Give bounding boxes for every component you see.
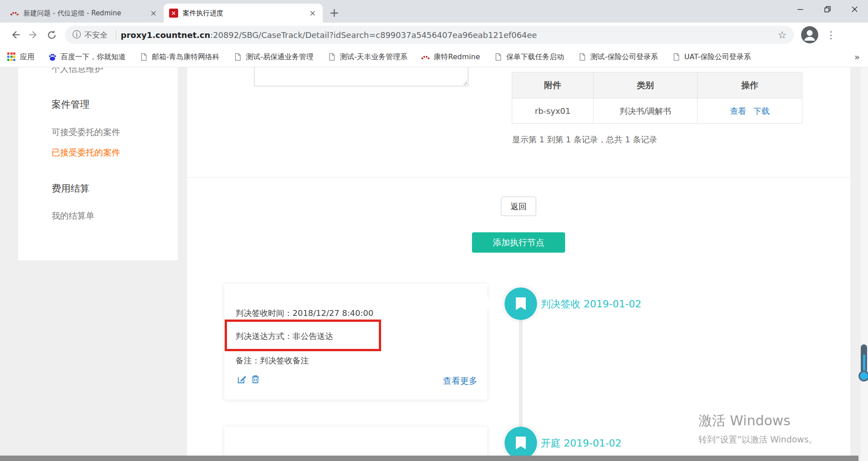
sidebar-item-accepted-cases[interactable]: 已接受委托的案件	[52, 147, 120, 159]
tab-strip: 新建问题 - 代位追偿 - Redmine ✕ 案件执行进度 +	[0, 0, 868, 23]
column-header-file: 附件	[512, 72, 594, 99]
table-row: rb-syx01 判决书/调解书 查看 下载	[512, 99, 802, 124]
bookmark-policy-download[interactable]: 保单下载任务启动	[494, 52, 564, 62]
back-button[interactable]	[6, 26, 24, 44]
bookmark-insurer-login-test[interactable]: 测试-保险公司登录系	[578, 52, 658, 62]
cell-file-name: rb-syx01	[512, 99, 594, 124]
add-execution-node-button[interactable]: 添加执行节点	[472, 232, 565, 253]
main-panel: 附件 类别 操作 rb-syx01 判决书/调解书 查看 下载 显示第 1 到第…	[187, 67, 850, 461]
address-separator	[116, 30, 116, 40]
tab-case-track[interactable]: ✕ 案件执行进度	[164, 4, 323, 23]
page-icon	[233, 52, 242, 61]
page-icon	[139, 52, 148, 61]
restore-button[interactable]	[814, 0, 841, 18]
timeline-label-judgment-sign: 判决签收 2019-01-02	[541, 297, 642, 311]
sidebar: 个人信息维护 案件管理 可接受委托的案件 已接受委托的案件 费用结算 我的结算单	[18, 67, 178, 260]
bookmark-star-icon[interactable]: ☆	[778, 29, 787, 41]
cell-category: 判决书/调解书	[594, 99, 698, 124]
field-sign-time: 判决签收时间：2018/12/27 8:40:00	[236, 308, 373, 319]
redmine-arc-icon	[421, 52, 430, 61]
tab-title: 新建问题 - 代位追偿 - Redmine	[24, 9, 144, 18]
apps-grid-icon	[7, 52, 16, 61]
page-icon	[327, 52, 336, 61]
reload-button[interactable]	[42, 26, 61, 44]
bookmark-label: UAT-保险公司登录系	[684, 52, 751, 62]
bookmark-label: 康特Redmine	[434, 52, 480, 62]
card-action-icons	[237, 374, 264, 384]
bookmark-label: 邮箱-青岛康特网络科	[152, 52, 220, 62]
page-icon	[578, 52, 587, 61]
url-path: :20892/SBG/CaseTrack/Detail?idSearch=c89…	[210, 30, 537, 40]
bookmark-baidu[interactable]: 百度一下，你就知道	[48, 52, 126, 62]
bookmark-label: 测试-保险公司登录系	[590, 52, 658, 62]
attachments-section: 附件 类别 操作 rb-syx01 判决书/调解书 查看 下载 显示第 1 到第…	[187, 67, 850, 178]
browser-menu-icon[interactable]: ⋮	[826, 29, 836, 41]
bookmark-kangte-redmine[interactable]: 康特Redmine	[421, 52, 480, 62]
address-bar[interactable]: ⓘ 不安全 proxy1.countnet.cn :20892/SBG/Case…	[65, 26, 794, 44]
vertical-scrollbar-track[interactable]	[861, 67, 868, 461]
tab-close-icon[interactable]	[148, 8, 158, 18]
sidebar-section-fee-settlement: 费用结算	[52, 182, 90, 195]
profile-avatar[interactable]	[801, 26, 818, 43]
bookmarks-overflow-icon[interactable]: »	[854, 52, 860, 62]
view-more-link[interactable]: 查看更多	[443, 375, 477, 387]
edit-icon[interactable]	[237, 374, 247, 384]
timeline-connector-line	[519, 320, 523, 427]
attachments-table: 附件 类别 操作 rb-syx01 判决书/调解书 查看 下载	[512, 72, 802, 124]
sidebar-section-case-management: 案件管理	[52, 98, 90, 111]
page-icon	[494, 52, 503, 61]
download-attachment-link[interactable]: 下载	[753, 106, 769, 116]
window-controls	[787, 0, 868, 18]
security-label: 不安全	[85, 30, 108, 40]
bookmark-mail[interactable]: 邮箱-青岛康特网络科	[139, 52, 220, 62]
timeline-card-judgment-sign: 判决签收时间：2018/12/27 8:40:00 判决送达方式：非公告送达 备…	[224, 284, 487, 400]
horizontal-scrollbar-thumb[interactable]	[0, 456, 859, 461]
timeline-node-judgment-sign[interactable]	[505, 287, 537, 320]
records-summary: 显示第 1 到第 1 条记录，总共 1 条记录	[512, 134, 657, 145]
delete-icon[interactable]	[250, 374, 260, 384]
bookmark-insurer-login-uat[interactable]: UAT-保险公司登录系	[672, 52, 751, 62]
remark-textarea[interactable]	[254, 67, 468, 86]
thermometer-bulb-icon	[859, 371, 868, 381]
sidebar-item-profile-clipped[interactable]: 个人信息维护	[52, 67, 103, 74]
field-remark: 备注：判决签收备注	[236, 355, 309, 366]
browser-toolbar: ⓘ 不安全 proxy1.countnet.cn :20892/SBG/Case…	[0, 23, 868, 47]
tab-redmine[interactable]: 新建问题 - 代位追偿 - Redmine	[5, 4, 164, 23]
cell-actions: 查看 下载	[698, 99, 802, 124]
table-header-row: 附件 类别 操作	[512, 72, 802, 99]
back-page-button[interactable]: 返回	[501, 197, 536, 216]
minimize-button[interactable]	[787, 0, 814, 18]
bookmark-label: 保单下载任务启动	[506, 52, 564, 62]
bookmark-label: 百度一下，你就知道	[61, 52, 126, 62]
new-tab-button[interactable]: +	[329, 5, 340, 21]
sidebar-item-acceptable-cases[interactable]: 可接受委托的案件	[52, 127, 120, 138]
card-arrow	[487, 297, 493, 310]
sidebar-item-my-statements[interactable]: 我的结算单	[52, 210, 94, 222]
bookmark-marker-icon	[516, 437, 526, 449]
redmine-logo-icon	[10, 9, 19, 18]
page-icon	[672, 52, 681, 61]
timeline-node-court-session[interactable]	[505, 427, 537, 459]
column-header-operation: 操作	[698, 72, 802, 99]
baidu-paw-icon	[48, 52, 57, 61]
browser-window: 新建问题 - 代位追偿 - Redmine ✕ 案件执行进度 +	[0, 0, 868, 461]
page-content: 个人信息维护 案件管理 可接受委托的案件 已接受委托的案件 费用结算 我的结算单…	[0, 67, 868, 461]
url-host: proxy1.countnet.cn	[121, 30, 210, 40]
close-window-button[interactable]	[841, 0, 868, 18]
forward-button[interactable]	[24, 26, 42, 44]
bookmark-tianfeng[interactable]: 测试-天丰业务管理系	[327, 52, 408, 62]
bookmark-apps[interactable]: 应用	[7, 52, 34, 62]
tab-close-icon[interactable]	[307, 8, 317, 18]
view-attachment-link[interactable]: 查看	[730, 106, 746, 116]
bookmark-label: 测试-易保通业务管理	[246, 52, 314, 62]
bookmark-yibaotong[interactable]: 测试-易保通业务管理	[233, 52, 314, 62]
bookmark-label: 测试-天丰业务管理系	[340, 52, 408, 62]
field-delivery-method: 判决送达方式：非公告送达	[236, 331, 333, 342]
bookmarks-bar: 应用 百度一下，你就知道 邮箱-青岛康特网络科 测试-易保通业务管理	[0, 47, 868, 67]
column-header-category: 类别	[594, 72, 698, 99]
bookmark-label: 应用	[20, 52, 34, 62]
site-info-icon[interactable]: ⓘ	[72, 29, 81, 41]
tab-title: 案件执行进度	[183, 9, 303, 18]
case-system-favicon-icon: ✕	[169, 9, 178, 18]
bookmark-marker-icon	[516, 297, 526, 310]
